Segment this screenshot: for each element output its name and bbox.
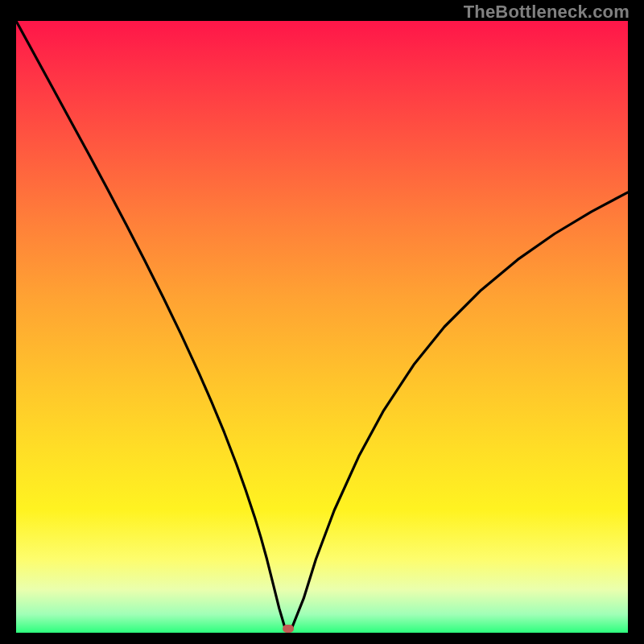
minimum-marker [283, 625, 294, 633]
gradient-plot-area [16, 21, 628, 633]
bottleneck-curve [16, 21, 628, 633]
chart-container: TheBottleneck.com [0, 0, 644, 644]
watermark-text: TheBottleneck.com [464, 2, 630, 23]
